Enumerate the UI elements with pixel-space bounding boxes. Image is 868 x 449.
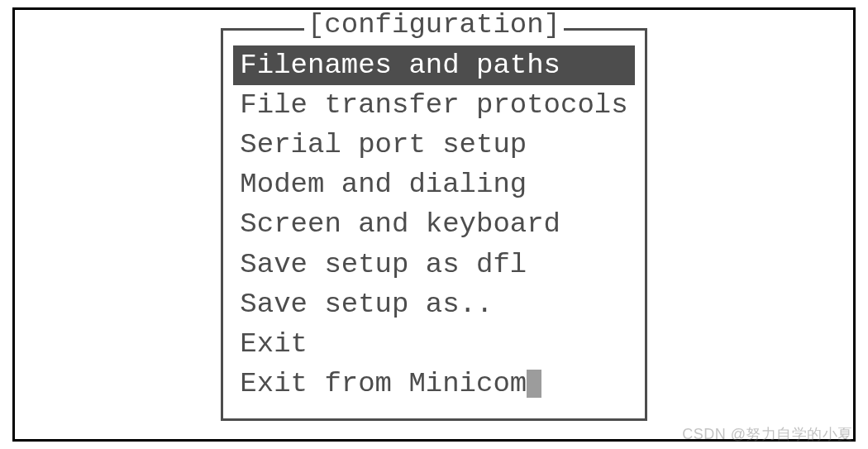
menu-title: [configuration]: [304, 11, 564, 39]
menu-item-label: Serial port setup: [240, 129, 527, 160]
menu-list: Filenames and paths File transfer protoc…: [233, 45, 634, 404]
menu-item-serial-port-setup[interactable]: Serial port setup: [233, 125, 634, 165]
menu-item-label: Save setup as dfl: [240, 249, 527, 280]
menu-item-modem-and-dialing[interactable]: Modem and dialing: [233, 165, 634, 204]
menu-item-exit[interactable]: Exit: [233, 324, 634, 364]
menu-item-exit-from-minicom[interactable]: Exit from Minicom: [233, 364, 634, 404]
menu-item-save-setup-as[interactable]: Save setup as..: [233, 284, 634, 324]
menu-item-label: Exit from Minicom: [240, 368, 527, 399]
menu-item-file-transfer-protocols[interactable]: File transfer protocols: [233, 85, 634, 125]
menu-item-label: Filenames and paths: [240, 50, 560, 81]
cursor-icon: [527, 370, 541, 398]
menu-item-label: Modem and dialing: [240, 169, 527, 200]
menu-item-save-setup-as-dfl[interactable]: Save setup as dfl: [233, 245, 634, 284]
menu-item-label: Save setup as..: [240, 289, 493, 320]
menu-item-filenames-and-paths[interactable]: Filenames and paths: [233, 45, 634, 85]
terminal-frame: [configuration] Filenames and paths File…: [12, 7, 856, 442]
menu-item-screen-and-keyboard[interactable]: Screen and keyboard: [233, 204, 634, 244]
menu-item-label: Exit: [240, 328, 308, 360]
menu-item-label: Screen and keyboard: [240, 208, 560, 240]
configuration-menu: [configuration] Filenames and paths File…: [221, 28, 646, 422]
menu-item-label: File transfer protocols: [240, 89, 627, 121]
